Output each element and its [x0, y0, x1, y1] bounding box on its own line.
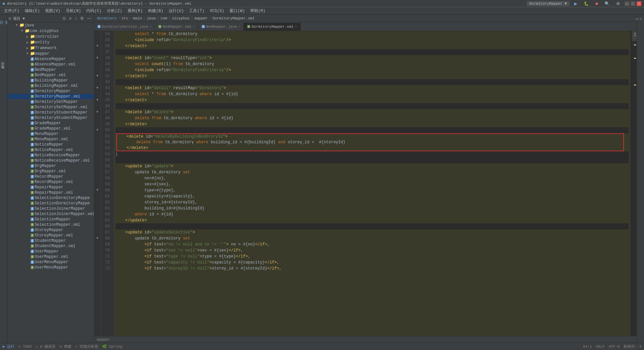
tab-close-dx[interactable]: ✕	[295, 25, 297, 29]
tree-item-student-xml[interactable]: X StudentMapper.xml	[7, 243, 94, 249]
sidebar-btn-1[interactable]: ⊙	[61, 15, 67, 21]
status-todo[interactable]: ☑ TODO	[18, 344, 32, 349]
tree-item-absence-mapper-xml[interactable]: X AbsenceMapper.xml	[7, 62, 94, 67]
tree-item-building-mapper[interactable]: J BuildingMapper	[7, 78, 94, 83]
tab-bed-mapper-java[interactable]: J BedMapper.java ✕	[198, 22, 244, 31]
tree-item-java[interactable]: ▼ 📁 java	[7, 22, 94, 28]
tree-item-com-sisyphus[interactable]: ▼ 📁 com.sisyphus	[7, 28, 94, 34]
minimap[interactable]: ▲ 78	[630, 31, 637, 336]
tree-item-grade-mapper[interactable]: J GradeMapper	[7, 121, 94, 126]
code-content[interactable]: select * from tb_dormitory <include refi…	[114, 31, 630, 336]
status-cursor[interactable]: 54:1	[583, 345, 592, 349]
menu-item-refactor[interactable]: 重构(R)	[125, 7, 146, 14]
status-encoding[interactable]: UTF-8	[609, 345, 620, 349]
tree-item-mapper-folder[interactable]: ▼ 📁 mapper	[7, 51, 94, 56]
menu-item-file[interactable]: 文件(F)	[1, 7, 22, 14]
tree-item-dormitory-mapper-xml[interactable]: X DormitoryMapper.xml	[7, 94, 94, 99]
menu-item-nav[interactable]: 导航(N)	[63, 7, 84, 14]
left-tab-favorites[interactable]: 收藏夹	[0, 70, 6, 73]
tree-item-dormitory-mapper[interactable]: J DormitoryMapper	[7, 89, 94, 94]
tree-item-menu-mapper[interactable]: J MenuMapper	[7, 131, 94, 137]
menu-item-analyze[interactable]: 分析(Z)	[104, 7, 125, 14]
menu-item-build[interactable]: 构建(B)	[145, 7, 166, 14]
bc-main[interactable]: main	[133, 16, 142, 20]
close-button[interactable]: ✕	[637, 1, 641, 6]
bc-dormitory[interactable]: dormitory	[97, 16, 117, 20]
tree-item-repair-mapper-xml[interactable]: X RepairMapper.xml	[7, 190, 94, 195]
tree-item-entity[interactable]: ▶ 📁 entity	[7, 39, 94, 45]
sidebar-btn-3[interactable]: ↕	[73, 15, 78, 21]
tab-close-bj[interactable]: ✕	[238, 25, 240, 29]
menu-item-vcs[interactable]: VCS(S)	[207, 8, 227, 14]
status-profiler[interactable]: ⚡ 性能分析器	[75, 344, 98, 349]
tree-item-controller[interactable]: ▶ 📁 controller	[7, 34, 94, 39]
tree-item-repair-mapper[interactable]: J RepairMapper	[7, 185, 94, 190]
maximize-button[interactable]: □	[631, 1, 635, 6]
tree-item-selection[interactable]: J SelectionMapper	[7, 217, 94, 222]
tree-item-framework[interactable]: ▶ 📁 framework	[7, 45, 94, 51]
menu-item-run[interactable]: 运行(U)	[166, 7, 187, 14]
bc-mapper[interactable]: mapper	[194, 16, 208, 20]
search-button[interactable]: 🔍	[603, 0, 612, 8]
menu-item-edit[interactable]: 编辑(E)	[22, 7, 43, 14]
tab-dormitory-mapper-xml[interactable]: X DormitoryMapper.xml ✕	[244, 22, 300, 31]
sidebar-btn-2[interactable]: ≡	[68, 15, 73, 21]
bc-com[interactable]: com	[160, 16, 167, 20]
tree-item-bed-mapper-xml[interactable]: X BedMapper.xml	[7, 72, 94, 78]
bc-file[interactable]: DormitoryMapper.xml	[213, 16, 255, 20]
status-build[interactable]: ⚒ 构建	[59, 344, 71, 349]
stop-button[interactable]: ■	[594, 0, 600, 8]
right-panel-event[interactable]: 事件日志	[630, 339, 644, 343]
tree-item-storey-xml[interactable]: X StoreyMapper.xml	[7, 233, 94, 238]
status-problems[interactable]: ⚠ 0 确误误	[36, 344, 55, 349]
status-run[interactable]: ▶ 运行	[3, 344, 14, 349]
tab-dormitory-service[interactable]: J DormitoryService.java ✕	[94, 22, 155, 31]
status-line-ending[interactable]: CRLF	[596, 345, 605, 349]
debug-button[interactable]: 🐛	[582, 0, 591, 8]
scroll-indicator[interactable]	[632, 31, 637, 41]
bc-src[interactable]: src	[122, 16, 128, 20]
tree-item-dormitorystudent-mapper[interactable]: J DormitoryStudentMapper	[7, 110, 94, 115]
tree-item-menu-mapper-xml[interactable]: X MenuMapper.xml	[7, 137, 94, 142]
tree-item-absence-mapper[interactable]: J AbsenceMapper	[7, 56, 94, 62]
tree-item-usermenu-xml[interactable]: X UserMenuMapper	[7, 265, 94, 270]
tab-close-bx[interactable]: ✕	[193, 25, 195, 29]
status-spring[interactable]: 🌿 Spring	[102, 344, 122, 349]
left-tab-structure[interactable]: 结构	[0, 67, 6, 69]
tree-item-noticereceive-mapper-xml[interactable]: X NoticeReceiveMapper.xml	[7, 158, 94, 163]
bc-sisyphus[interactable]: sisyphus	[172, 16, 190, 20]
tree-item-selection-dormitory[interactable]: J SelectionDormitoryMappe	[7, 195, 94, 201]
tree-item-building-mapper-xml[interactable]: X BuildingMapper.xml	[7, 83, 94, 89]
tree-item-grade-mapper-xml[interactable]: X GradeMapper.xml	[7, 126, 94, 131]
tree-item-record-mapper-xml[interactable]: X RecordMapper.xml	[7, 179, 94, 185]
menu-item-view[interactable]: 视图(V)	[42, 7, 63, 14]
tab-close-ds[interactable]: ✕	[149, 25, 151, 29]
tree-item-record-mapper[interactable]: J RecordMapper	[7, 174, 94, 179]
minimize-button[interactable]: —	[625, 1, 629, 6]
status-indent[interactable]: 制表符: 4	[624, 344, 641, 349]
tree-item-notice-mapper-xml[interactable]: X NoticeMapper.xml	[7, 147, 94, 153]
menu-item-code[interactable]: 代码(C)	[84, 7, 104, 14]
sidebar-collapse-btn[interactable]: —	[86, 15, 93, 21]
tree-item-user[interactable]: J UserMapper	[7, 249, 94, 254]
tab-bed-mapper-xml[interactable]: X BedMapper.xml ✕	[155, 22, 198, 31]
tree-item-storey[interactable]: J StoreyMapper	[7, 227, 94, 233]
tree-item-student[interactable]: J StudentMapper	[7, 238, 94, 243]
sidebar-btn-4[interactable]: ⚙	[79, 15, 85, 21]
tree-item-bed-mapper[interactable]: J BedMapper	[7, 67, 94, 72]
tree-item-selection-dormitory-xml[interactable]: X SelectionDormitoryMappe	[7, 201, 94, 206]
tree-item-notice-mapper[interactable]: J NoticeMapper	[7, 142, 94, 147]
tree-item-org-mapper-xml[interactable]: X OrgMapper.xml	[7, 169, 94, 174]
settings-button[interactable]: ⚙	[614, 0, 622, 8]
tree-item-selection-xml[interactable]: X SelectionMapper.xml	[7, 222, 94, 227]
tree-item-dormitoryset-mapper[interactable]: J DormitorySetMapper	[7, 99, 94, 105]
tree-item-dormitoryset-mapper-xml[interactable]: X DormitorySetMapper.xml	[7, 105, 94, 110]
tree-item-user-xml[interactable]: X UserMapper.xml	[7, 254, 94, 259]
menu-item-help[interactable]: 帮助(H)	[248, 7, 268, 14]
run-config-dropdown[interactable]: DormitoryMapper ▼	[527, 1, 570, 6]
bc-java[interactable]: java	[147, 16, 155, 20]
tree-item-selectionjoiner-xml[interactable]: X SelectionJoinerMapper.xml	[7, 211, 94, 217]
tree-item-noticereceive-mapper[interactable]: J NoticeReceiveMapper	[7, 153, 94, 158]
menu-item-window[interactable]: 窗口(W)	[227, 7, 248, 14]
tree-item-selectionjoiner[interactable]: J SelectionJoinerMapper	[7, 206, 94, 211]
